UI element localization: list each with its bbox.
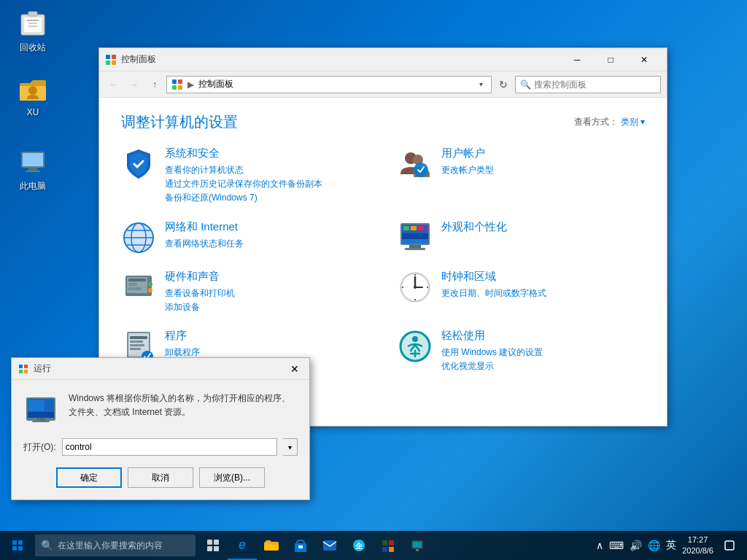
taskbar-tencent-button[interactable]: 企 xyxy=(344,531,374,560)
desktop-icon-user[interactable]: XU xyxy=(7,73,58,120)
address-dropdown-arrow[interactable]: ▾ xyxy=(475,80,487,88)
taskbar-explorer-button[interactable] xyxy=(257,531,286,560)
clock-date: 2020/8/6 xyxy=(682,545,713,556)
tray-lang-icon[interactable]: 英 xyxy=(665,537,678,553)
system-tray: ∧ ⌨ 🔊 🌐 英 17:27 2020/8/6 xyxy=(589,531,747,560)
taskbar-store-button[interactable] xyxy=(286,531,315,560)
control-panel-window-icon xyxy=(105,54,117,66)
start-button[interactable] xyxy=(0,531,35,560)
my-computer-icon xyxy=(18,149,47,178)
recycle-bin-icon xyxy=(18,10,47,39)
run-browse-button[interactable]: 浏览(B)... xyxy=(199,467,265,488)
tray-volume-icon[interactable]: 🔊 xyxy=(628,538,643,553)
maximize-button[interactable]: □ xyxy=(594,48,627,71)
back-button[interactable]: ← xyxy=(105,76,123,93)
clock-title[interactable]: 时钟和区域 xyxy=(441,270,645,284)
up-button[interactable]: ↑ xyxy=(146,76,163,93)
svg-rect-95 xyxy=(416,549,419,551)
view-mode-selector[interactable]: 查看方式： 类别 ▾ xyxy=(574,116,645,128)
svg-rect-35 xyxy=(411,226,417,230)
hardware-link-0[interactable]: 查看设备和打印机 xyxy=(165,287,368,300)
taskbar-edge-button[interactable]: e xyxy=(228,531,257,560)
svg-rect-34 xyxy=(403,226,409,230)
tray-arrow-icon[interactable]: ∧ xyxy=(595,538,605,553)
category-hardware[interactable]: 硬件和声音 查看设备和打印机 添加设备 xyxy=(121,270,368,314)
appearance-title[interactable]: 外观和个性化 xyxy=(441,220,645,234)
svg-rect-94 xyxy=(413,542,422,548)
view-label: 查看方式： xyxy=(574,116,618,128)
programs-title[interactable]: 程序 xyxy=(165,329,368,343)
network-title[interactable]: 网络和 Internet xyxy=(165,220,368,234)
taskbar-search[interactable]: 🔍 在这里输入你要搜索的内容 xyxy=(35,534,196,556)
taskbar-mail-button[interactable] xyxy=(315,531,344,560)
user-accounts-title[interactable]: 用户帐户 xyxy=(441,147,645,160)
svg-rect-68 xyxy=(19,370,23,373)
search-box[interactable]: 🔍 xyxy=(515,76,661,93)
user-folder-label: XU xyxy=(27,107,39,117)
svg-rect-11 xyxy=(106,55,110,59)
run-cancel-button[interactable]: 取消 xyxy=(128,467,193,488)
category-appearance[interactable]: 外观和个性化 xyxy=(398,220,645,255)
address-input-container[interactable]: ▶ 控制面板 ▾ xyxy=(166,76,492,93)
task-view-button[interactable] xyxy=(198,531,228,560)
view-dropdown[interactable]: 类别 ▾ xyxy=(621,116,645,128)
ease-link-1[interactable]: 优化视觉显示 xyxy=(441,359,645,373)
taskbar-network-app-button[interactable] xyxy=(403,531,432,560)
svg-rect-76 xyxy=(12,540,17,545)
category-clock[interactable]: 时钟和区域 更改日期、时间或数字格式 xyxy=(398,270,645,314)
system-security-link-2[interactable]: 备份和还原(Windows 7) xyxy=(165,191,368,205)
taskbar-app6-button[interactable] xyxy=(374,531,403,560)
desktop-icon-computer[interactable]: 此电脑 xyxy=(7,146,58,195)
desktop-icon-recycle-bin[interactable]: 回收站 xyxy=(7,7,58,57)
network-content: 网络和 Internet 查看网络状态和任务 xyxy=(165,220,368,251)
svg-point-41 xyxy=(148,288,152,292)
category-ease[interactable]: 轻松使用 使用 Windows 建议的设置 优化视觉显示 xyxy=(398,329,645,373)
search-input[interactable] xyxy=(534,79,656,90)
clock-icon xyxy=(398,270,433,305)
hardware-title[interactable]: 硬件和声音 xyxy=(165,270,368,284)
category-system-security[interactable]: 系统和安全 查看你的计算机状态 通过文件历史记录保存你的文件备份副本 备份和还原… xyxy=(121,147,368,206)
tray-icons: ∧ ⌨ 🔊 🌐 英 xyxy=(595,537,678,553)
user-accounts-icon xyxy=(398,147,433,182)
svg-rect-33 xyxy=(405,248,425,250)
system-clock[interactable]: 17:27 2020/8/6 xyxy=(682,534,713,557)
network-link-0[interactable]: 查看网络状态和任务 xyxy=(165,237,368,251)
run-input-row: 打开(O): ▾ xyxy=(23,438,298,456)
clock-link-0[interactable]: 更改日期、时间或数字格式 xyxy=(441,287,645,300)
run-ok-button[interactable]: 确定 xyxy=(56,467,122,488)
category-user-accounts[interactable]: 用户帐户 更改帐户类型 xyxy=(398,147,645,206)
network-app-icon xyxy=(410,539,425,552)
svg-rect-90 xyxy=(389,540,394,545)
window-controls: ─ □ ✕ xyxy=(560,48,661,71)
svg-rect-17 xyxy=(172,85,177,90)
user-accounts-link-0[interactable]: 更改帐户类型 xyxy=(441,163,645,177)
system-security-title[interactable]: 系统和安全 xyxy=(165,147,368,160)
taskbar: 🔍 在这里输入你要搜索的内容 e xyxy=(0,531,747,560)
refresh-button[interactable]: ↻ xyxy=(495,76,512,93)
appearance-icon xyxy=(398,220,433,255)
tray-network-icon[interactable]: 🌐 xyxy=(646,538,662,553)
svg-rect-73 xyxy=(36,418,45,421)
system-security-link-0[interactable]: 查看你的计算机状态 xyxy=(165,163,368,177)
category-network[interactable]: 网络和 Internet 查看网络状态和任务 xyxy=(121,220,368,255)
ease-title[interactable]: 轻松使用 xyxy=(441,329,645,343)
svg-rect-89 xyxy=(382,540,387,545)
svg-rect-85 xyxy=(298,545,303,548)
page-title: 调整计算机的设置 xyxy=(121,112,238,132)
run-dropdown-button[interactable]: ▾ xyxy=(283,438,298,456)
minimize-button[interactable]: ─ xyxy=(560,48,594,71)
run-command-input[interactable] xyxy=(62,438,277,456)
tray-keyboard-icon[interactable]: ⌨ xyxy=(608,538,625,553)
forward-button[interactable]: → xyxy=(125,76,143,93)
run-dialog-close-button[interactable]: ✕ xyxy=(286,360,303,378)
notification-button[interactable] xyxy=(718,531,741,560)
hardware-link-1[interactable]: 添加设备 xyxy=(165,300,368,314)
svg-rect-67 xyxy=(24,365,28,368)
notification-icon xyxy=(724,540,735,551)
svg-rect-42 xyxy=(128,279,146,281)
ease-link-0[interactable]: 使用 Windows 建议的设置 xyxy=(441,346,645,359)
ease-access-icon xyxy=(398,329,433,364)
system-security-link-1[interactable]: 通过文件历史记录保存你的文件备份副本 xyxy=(165,177,368,191)
svg-rect-5 xyxy=(28,12,37,16)
close-button[interactable]: ✕ xyxy=(627,48,661,71)
